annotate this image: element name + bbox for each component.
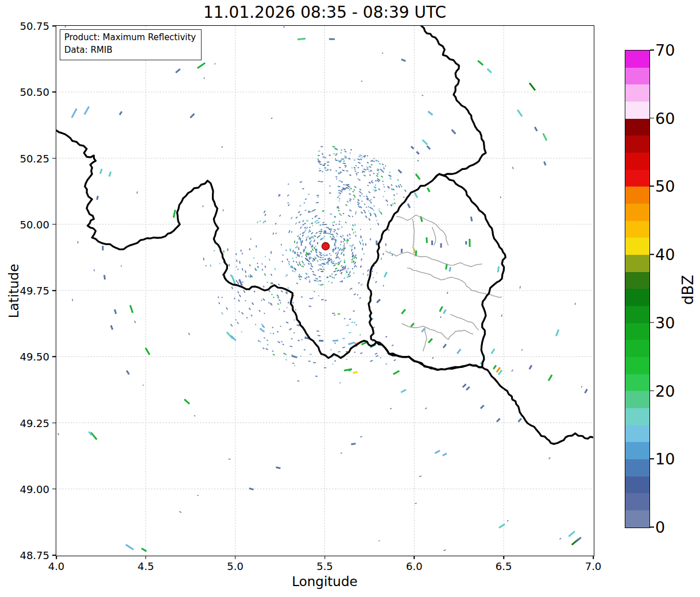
colorbar-tick-mark <box>650 118 654 119</box>
colorbar-tick-mark <box>650 49 654 51</box>
x-tick-label: 5.5 <box>316 560 333 572</box>
x-tick-mark <box>235 556 236 559</box>
colorbar-segment <box>625 68 649 85</box>
colorbar <box>625 50 650 528</box>
colorbar-segment <box>625 357 649 374</box>
y-tick-label: 50.00 <box>0 218 49 230</box>
echo-streaks <box>72 38 587 551</box>
data-source-label: Data: RMIB <box>64 44 196 57</box>
colorbar-tick-mark <box>650 459 654 460</box>
colorbar-segment <box>625 493 649 510</box>
colorbar-segment <box>625 51 649 68</box>
y-tick-label: 48.75 <box>0 549 49 561</box>
colorbar-tick-label: 10 <box>655 450 675 468</box>
colorbar-segment <box>625 255 649 272</box>
x-tick-mark <box>56 556 57 559</box>
colorbar-segment <box>625 135 649 153</box>
plot-title: 11.01.2026 08:35 - 08:39 UTC <box>56 3 593 22</box>
y-tick-mark <box>52 158 56 159</box>
colorbar-tick-label: 40 <box>655 246 675 263</box>
radar-location-marker <box>322 243 330 250</box>
gridlines <box>56 26 593 555</box>
colorbar-tick-label: 60 <box>655 109 675 127</box>
y-tick-label: 50.25 <box>0 152 49 164</box>
y-tick-label: 50.50 <box>0 86 49 98</box>
colorbar-segment <box>625 221 649 238</box>
colorbar-segment <box>625 391 649 408</box>
colorbar-segment <box>625 238 649 255</box>
colorbar-tick-label: 20 <box>655 382 675 400</box>
x-tick-label: 6.5 <box>496 560 512 572</box>
colorbar-segment <box>625 102 649 119</box>
colorbar-segment <box>625 272 649 289</box>
colorbar-tick-mark <box>650 526 654 528</box>
colorbar-segment <box>625 323 649 340</box>
radar-map-page: 11.01.2026 08:35 - 08:39 UTC Product: Ma… <box>0 0 700 597</box>
y-tick-label: 49.50 <box>0 351 49 363</box>
colorbar-segment <box>625 510 649 528</box>
colorbar-segment <box>625 289 649 306</box>
x-tick-mark <box>414 556 415 559</box>
plot-area <box>56 26 593 555</box>
y-tick-label: 49.75 <box>0 285 49 297</box>
y-tick-mark <box>52 555 56 556</box>
x-tick-mark <box>145 556 146 559</box>
colorbar-tick-mark <box>650 322 654 323</box>
colorbar-segment <box>625 459 649 476</box>
colorbar-segment <box>625 204 649 221</box>
colorbar-tick-label: 30 <box>655 313 675 331</box>
colorbar-tick-label: 50 <box>655 177 675 195</box>
product-label: Product: Maximum Reflectivity <box>64 32 196 44</box>
colorbar-segment <box>625 425 649 443</box>
colorbar-segment <box>625 306 649 323</box>
y-tick-label: 50.75 <box>0 20 49 32</box>
colorbar-axis-label: dBZ <box>679 275 697 305</box>
y-tick-mark <box>52 92 56 93</box>
colorbar-segment <box>625 170 649 187</box>
colorbar-segment <box>625 84 649 102</box>
colorbar-segment <box>625 408 649 425</box>
x-tick-label: 6.0 <box>406 560 423 572</box>
x-tick-label: 4.5 <box>138 560 154 572</box>
colorbar-segment <box>625 340 649 357</box>
y-tick-mark <box>52 422 56 424</box>
x-tick-label: 5.0 <box>227 560 243 572</box>
colorbar-tick-label: 0 <box>655 518 665 536</box>
colorbar-tick-label: 70 <box>655 41 675 59</box>
colorbar-segment <box>625 374 649 391</box>
colorbar-tick-mark <box>650 390 654 391</box>
x-tick-mark <box>324 556 326 559</box>
y-tick-label: 49.25 <box>0 417 49 429</box>
y-tick-mark <box>52 489 56 490</box>
colorbar-segment <box>625 153 649 170</box>
colorbar-segment <box>625 442 649 459</box>
clutter-echoes <box>57 26 582 551</box>
colorbar-segment <box>625 119 649 136</box>
y-tick-mark <box>52 25 56 26</box>
x-axis-label: Longitude <box>56 574 593 589</box>
y-tick-mark <box>52 356 56 358</box>
colorbar-tick-mark <box>650 254 654 255</box>
x-tick-label: 4.0 <box>48 560 65 572</box>
colorbar-segment <box>625 187 649 204</box>
country-borders <box>56 26 593 444</box>
y-tick-mark <box>52 224 56 225</box>
product-info-box: Product: Maximum Reflectivity Data: RMIB <box>60 29 202 60</box>
colorbar-segment <box>625 476 649 494</box>
y-tick-label: 49.00 <box>0 483 49 495</box>
x-tick-mark <box>593 556 594 559</box>
x-tick-mark <box>503 556 504 559</box>
x-tick-label: 7.0 <box>585 560 602 572</box>
map-canvas <box>56 26 593 555</box>
colorbar-tick-mark <box>650 186 654 187</box>
y-tick-mark <box>52 290 56 291</box>
colorbar-segments <box>625 51 649 528</box>
